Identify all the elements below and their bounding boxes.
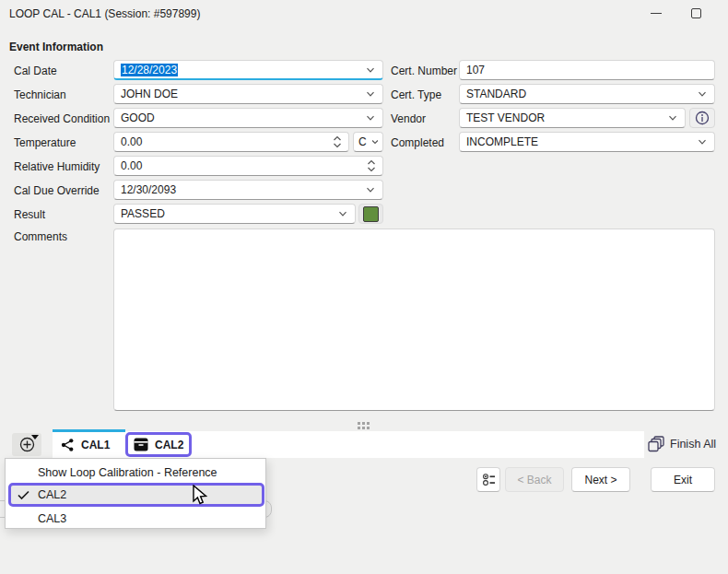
menu-item-label: CAL2 (38, 488, 66, 501)
splitter-grip-icon[interactable] (358, 422, 370, 429)
minimize-icon (651, 13, 662, 14)
result-status-color (363, 206, 379, 222)
cal-date-combobox[interactable]: 12/28/2023 (113, 60, 383, 80)
temperature-label: Temperature (14, 136, 76, 149)
section-title: Event Information (9, 41, 103, 53)
comments-label: Comments (14, 230, 67, 243)
completed-combobox[interactable]: INCOMPLETE (459, 132, 715, 152)
vendor-combobox[interactable]: TEST VENDOR (459, 108, 686, 128)
cal-due-override-value: 12/30/2093 (121, 183, 176, 196)
cert-type-label: Cert. Type (391, 88, 441, 101)
relative-humidity-label: Relative Humidity (14, 160, 100, 173)
archive-icon (134, 438, 148, 451)
minimize-button[interactable] (642, 1, 670, 25)
received-condition-value: GOOD (121, 111, 155, 124)
cert-number-input[interactable]: 107 (459, 60, 715, 80)
exit-button[interactable]: Exit (651, 467, 715, 492)
maximize-icon (691, 8, 701, 18)
checkmark-icon (18, 490, 34, 500)
back-button[interactable]: < Back (505, 467, 564, 492)
maximize-button[interactable] (682, 1, 710, 25)
menu-item-show-loop-calibration[interactable]: Show Loop Calibration - Reference (6, 463, 265, 483)
next-button[interactable]: Next > (571, 467, 630, 492)
vendor-value: TEST VENDOR (466, 111, 545, 124)
chevron-down-icon[interactable] (697, 88, 708, 100)
cal-date-label: Cal Date (14, 64, 57, 77)
triangle-down-icon (31, 435, 39, 439)
relative-humidity-value: 0.00 (121, 159, 142, 172)
temperature-unit-combobox[interactable]: C (353, 132, 383, 152)
window-title: LOOP CAL - CAL1 (Session: #597899) (9, 7, 200, 20)
menu-item-cal3[interactable]: CAL3 (6, 509, 265, 529)
vendor-info-button[interactable] (689, 108, 715, 128)
chevron-down-icon[interactable] (365, 64, 376, 76)
chevron-down-icon[interactable] (337, 208, 348, 219)
chevron-down-icon[interactable] (370, 137, 380, 146)
loop-cal-window: LOOP CAL - CAL1 (Session: #597899) Event… (0, 0, 728, 574)
tab-cal1-label: CAL1 (81, 439, 110, 451)
vendor-label: Vendor (391, 112, 426, 125)
result-value: PASSED (121, 207, 165, 220)
relative-humidity-numberbox[interactable]: 0.00 (113, 156, 383, 176)
stacked-pages-icon (648, 436, 664, 452)
cal-due-override-combobox[interactable]: 12/30/2093 (113, 180, 383, 200)
menu-item-label: CAL3 (38, 512, 66, 525)
cal-due-override-label: Cal Due Override (14, 184, 100, 197)
cert-type-combobox[interactable]: STANDARD (459, 84, 715, 104)
cert-type-value: STANDARD (466, 88, 526, 100)
technician-combobox[interactable]: JOHN DOE (113, 84, 383, 104)
received-condition-label: Received Condition (14, 112, 110, 125)
tab-context-menu: Show Loop Calibration - Reference CAL2 C… (5, 458, 266, 529)
wizard-options-button[interactable] (476, 467, 500, 492)
info-circle-icon (695, 111, 710, 125)
result-label: Result (14, 208, 45, 221)
chevron-down-icon[interactable] (667, 112, 678, 123)
tab-cal1[interactable]: CAL1 (55, 433, 115, 456)
completed-label: Completed (391, 136, 444, 149)
cert-number-label: Cert. Number (391, 64, 457, 77)
menu-item-label: Show Loop Calibration - Reference (38, 466, 217, 479)
temperature-numberbox[interactable]: 0.00 (113, 132, 349, 152)
cal-date-value: 12/28/2023 (121, 64, 178, 76)
tab-cal2[interactable]: CAL2 (125, 432, 192, 457)
temperature-value: 0.00 (121, 135, 142, 148)
cert-number-value: 107 (466, 64, 485, 76)
mouse-cursor-icon (192, 485, 212, 510)
technician-label: Technician (14, 88, 66, 101)
menu-item-cal2[interactable]: CAL2 (6, 485, 265, 505)
spinner-icon[interactable] (367, 159, 376, 172)
add-calibration-button[interactable] (12, 433, 41, 456)
chevron-down-icon[interactable] (365, 88, 376, 100)
temperature-unit-value: C (358, 135, 367, 148)
chevron-down-icon[interactable] (365, 112, 376, 123)
chevron-down-icon[interactable] (697, 136, 708, 147)
received-condition-combobox[interactable]: GOOD (113, 108, 383, 128)
share-icon (61, 438, 75, 452)
finish-all-label: Finish All (670, 438, 716, 451)
spinner-icon[interactable] (333, 135, 342, 148)
result-status-swatch-container (358, 204, 383, 224)
chevron-down-icon[interactable] (365, 184, 376, 195)
tab-cal2-label: CAL2 (155, 439, 183, 451)
radio-list-icon (482, 473, 496, 486)
active-tab-indicator (53, 429, 125, 432)
finish-all-button[interactable]: Finish All (648, 436, 716, 452)
completed-value: INCOMPLETE (466, 135, 538, 148)
comments-textarea[interactable] (113, 228, 715, 411)
result-combobox[interactable]: PASSED (113, 204, 356, 224)
technician-value: JOHN DOE (121, 88, 178, 100)
